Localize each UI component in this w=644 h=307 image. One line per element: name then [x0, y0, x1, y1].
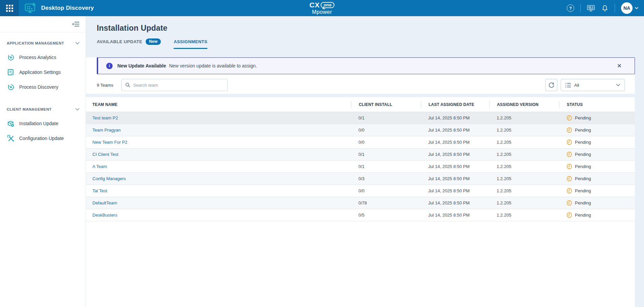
pending-clock-icon: [566, 151, 572, 157]
team-name-link[interactable]: Config Managers: [92, 176, 126, 181]
team-name-link[interactable]: Test team P2: [92, 115, 118, 120]
sidebar-top-row: [0, 16, 86, 32]
tab-label: AVAILABLE UPDATE: [97, 39, 142, 44]
assigned-version-cell: 1.2.205: [489, 188, 559, 193]
table-row[interactable]: Config Managers 0/3 Jul 14, 2025 8:50 PM…: [86, 173, 635, 185]
collapse-sidebar-button[interactable]: [72, 21, 80, 27]
sidebar-item-installation-update[interactable]: Installation Update: [0, 116, 86, 131]
tab-available-update[interactable]: AVAILABLE UPDATE New: [97, 38, 161, 49]
header-divider: [580, 4, 581, 12]
table-row[interactable]: DeskBusters 0/5 Jul 14, 2025 8:50 PM 1.2…: [86, 209, 635, 221]
pending-clock-icon: [566, 212, 572, 218]
team-name-link[interactable]: Tal Test: [92, 188, 107, 193]
process-discovery-icon: [7, 84, 15, 91]
brand-mpower-text: Mpower: [310, 9, 334, 15]
section-divider-band: [86, 94, 635, 97]
table-row[interactable]: Test team P2 0/1 Jul 14, 2025 8:50 PM 1.…: [86, 112, 635, 124]
status-cell: Pending: [559, 200, 624, 206]
status-label: Pending: [575, 176, 591, 181]
sidebar-item-process-analytics[interactable]: Process Analytics: [0, 50, 86, 65]
search-input[interactable]: [133, 83, 224, 88]
page-title: Installation Update: [97, 16, 635, 33]
table-row[interactable]: Team Pragyan 0/0 Jul 14, 2025 8:50 PM 1.…: [86, 124, 635, 136]
assigned-version-cell: 1.2.205: [489, 164, 559, 169]
table-row[interactable]: New Team For P2 0/0 Jul 14, 2025 8:50 PM…: [86, 136, 635, 148]
chevron-down-icon: [75, 108, 80, 111]
team-name-link[interactable]: DefaultTeam: [92, 200, 117, 205]
refresh-button[interactable]: [545, 79, 557, 91]
team-name-link[interactable]: CI Client Test: [92, 152, 118, 157]
last-assigned-date-cell: Jul 14, 2025 8:50 PM: [421, 164, 489, 169]
team-name-link[interactable]: A Team: [92, 164, 107, 169]
status-cell: Pending: [559, 127, 624, 133]
app-title: Desktop Discovery: [41, 5, 94, 11]
last-assigned-date-cell: Jul 14, 2025 8:50 PM: [421, 115, 489, 120]
status-cell: Pending: [559, 151, 624, 157]
client-install-cell: 0/0: [351, 188, 421, 193]
avatar: NA: [621, 2, 633, 14]
last-assigned-date-cell: Jul 14, 2025 8:50 PM: [421, 213, 489, 218]
status-label: Pending: [575, 213, 591, 218]
table-row[interactable]: CI Client Test 0/1 Jul 14, 2025 8:50 PM …: [86, 148, 635, 161]
sidebar-item-label: Application Settings: [19, 69, 61, 75]
assigned-version-cell: 1.2.205: [489, 200, 559, 205]
assigned-version-cell: 1.2.205: [489, 213, 559, 218]
table-row[interactable]: A Team 0/1 Jul 14, 2025 8:50 PM 1.2.205 …: [86, 161, 635, 173]
status-cell: Pending: [559, 188, 624, 194]
help-icon[interactable]: ?: [567, 4, 574, 12]
sidebar-section-client-management[interactable]: CLIENT MANAGEMENT: [0, 103, 86, 116]
cxone-mpower-logo: CX one Mpower: [310, 1, 334, 15]
team-name-link[interactable]: Team Pragyan: [92, 128, 121, 133]
sidebar-section-application-management[interactable]: APPLICATION MANAGEMENT: [0, 36, 86, 50]
sidebar-item-configuration-update[interactable]: Configuration Update: [0, 131, 86, 146]
last-assigned-date-cell: Jul 14, 2025 8:50 PM: [421, 140, 489, 145]
search-box: [121, 79, 228, 91]
last-assigned-date-cell: Jul 14, 2025 8:50 PM: [421, 128, 489, 133]
close-icon[interactable]: ✕: [617, 63, 622, 69]
bell-icon: [601, 4, 609, 12]
sidebar-item-label: Process Discovery: [19, 84, 58, 90]
status-filter-dropdown[interactable]: All: [561, 79, 625, 91]
brand-cx-text: CX: [310, 1, 320, 9]
desktop-discovery-logo-icon: [24, 2, 37, 14]
app-launcher-button[interactable]: [0, 0, 19, 16]
section-label: CLIENT MANAGEMENT: [7, 107, 52, 111]
sidebar-item-application-settings[interactable]: Application Settings: [0, 65, 86, 80]
client-install-cell: 0/0: [351, 128, 421, 133]
notifications-button[interactable]: [601, 4, 609, 12]
status-cell: Pending: [559, 115, 624, 121]
app-grid-icon: [6, 5, 13, 12]
content-panel: i New Update Available New version updat…: [86, 57, 635, 307]
account-menu[interactable]: NA: [621, 2, 639, 14]
team-name-link[interactable]: DeskBusters: [92, 213, 117, 218]
table-row[interactable]: Tal Test 0/0 Jul 14, 2025 8:50 PM 1.2.20…: [86, 185, 635, 197]
status-cell: Pending: [559, 139, 624, 145]
banner-message: New version update is available to assig…: [169, 63, 257, 68]
tab-assignments[interactable]: ASSIGNMENTS: [174, 38, 207, 49]
brand-one-bubble: one: [321, 2, 334, 8]
pending-clock-icon: [566, 164, 572, 169]
client-install-cell: 0/5: [351, 213, 421, 218]
last-assigned-date-cell: Jul 14, 2025 8:50 PM: [421, 176, 489, 181]
header-divider: [615, 4, 615, 12]
status-label: Pending: [575, 115, 591, 120]
pending-clock-icon: [566, 127, 572, 133]
pending-clock-icon: [566, 188, 572, 194]
page-header-area: Installation Update AVAILABLE UPDATE New…: [86, 16, 635, 57]
client-install-cell: 0/1: [351, 152, 421, 157]
table-row[interactable]: DefaultTeam 0/78 Jul 14, 2025 8:50 PM 1.…: [86, 197, 635, 209]
refresh-icon: [548, 82, 555, 88]
team-name-link[interactable]: New Team For P2: [92, 140, 127, 145]
table-toolbar: 9 Teams: [86, 79, 635, 91]
sidebar-item-process-discovery[interactable]: Process Discovery: [0, 80, 86, 94]
screen-share-button[interactable]: [587, 4, 595, 12]
assigned-version-cell: 1.2.205: [489, 115, 559, 120]
table-header-row: TEAM NAME CLIENT INSTALL LAST ASSIGNED D…: [86, 97, 635, 112]
column-header-team-name: TEAM NAME: [86, 101, 351, 108]
collapse-menu-icon: [72, 21, 80, 27]
table-body: Test team P2 0/1 Jul 14, 2025 8:50 PM 1.…: [86, 112, 635, 221]
status-cell: Pending: [559, 176, 624, 182]
main-content: Installation Update AVAILABLE UPDATE New…: [86, 16, 644, 307]
configuration-update-icon: [7, 135, 15, 142]
search-icon: [125, 82, 130, 88]
